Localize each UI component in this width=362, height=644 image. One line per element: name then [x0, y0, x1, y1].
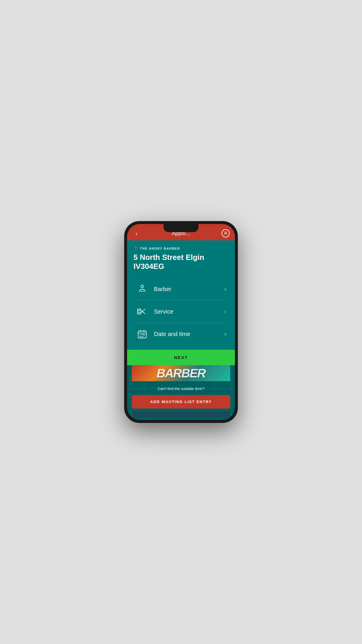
svg-point-5	[139, 309, 141, 311]
lower-section: BARBER Can't find the suitable time? ADD…	[127, 365, 235, 420]
svg-point-6	[139, 312, 141, 314]
profile-button[interactable]	[222, 229, 230, 237]
svg-point-1	[141, 285, 144, 288]
waiting-list-button[interactable]: ADD WAIITING LIST ENTRY	[132, 395, 230, 409]
cant-find-text: Can't find the suitable time?	[158, 386, 204, 391]
shop-location-row: 📍 THE ANGRY BARBER	[133, 246, 229, 251]
next-button[interactable]: NEXT	[127, 350, 235, 365]
shop-address: 5 North Street Elgin IV304EG	[133, 253, 229, 271]
main-content: 📍 THE ANGRY BARBER 5 North Street Elgin …	[127, 240, 235, 420]
barber-chevron: ›	[224, 286, 226, 292]
location-pin-icon: 📍	[133, 246, 138, 251]
graffiti-strip: BARBER	[132, 365, 230, 381]
shop-info: 📍 THE ANGRY BARBER 5 North Street Elgin …	[127, 240, 235, 278]
brick-background	[132, 412, 230, 418]
barber-icon-wrap	[136, 283, 149, 295]
datetime-icon-wrap	[136, 328, 149, 340]
shop-name-label: THE ANGRY BARBER	[140, 247, 180, 250]
datetime-label: Date and time	[154, 331, 219, 337]
graffiti-text: BARBER	[157, 366, 205, 380]
menu-section: Barber ›	[127, 278, 235, 350]
barber-icon	[137, 284, 147, 294]
svg-point-0	[225, 232, 226, 233]
calendar-icon	[137, 329, 147, 339]
barber-label: Barber	[154, 286, 219, 293]
datetime-chevron: ›	[224, 331, 226, 337]
phone-frame: ‹ Appoi... 📍 THE ANGRY BARBER 5 North St…	[124, 221, 238, 423]
notch	[164, 224, 198, 232]
menu-item-service[interactable]: Service ›	[132, 300, 230, 323]
service-chevron: ›	[224, 309, 226, 315]
phone-screen: ‹ Appoi... 📍 THE ANGRY BARBER 5 North St…	[127, 224, 235, 420]
menu-item-barber[interactable]: Barber ›	[132, 278, 230, 300]
menu-item-datetime[interactable]: Date and time ›	[132, 323, 230, 345]
service-label: Service	[154, 308, 219, 315]
service-icon-wrap	[136, 305, 149, 318]
scissors-icon	[137, 306, 147, 317]
back-button[interactable]: ‹	[132, 229, 140, 237]
